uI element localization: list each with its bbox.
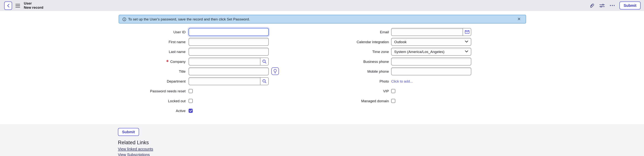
field-row-vip: VIP (283, 86, 491, 96)
password-needs-reset-checkbox[interactable] (188, 89, 193, 93)
field-label: Email (283, 30, 389, 34)
form-header: User New record Submit (0, 0, 644, 11)
department-input[interactable] (189, 77, 260, 85)
company-input[interactable] (189, 58, 260, 65)
field-label: Locked out (108, 99, 186, 103)
field-label: VIP (283, 89, 389, 93)
form-body: To set up the User's password, save the … (0, 15, 644, 124)
field-row-department: Department (108, 76, 283, 86)
more-options-icon[interactable] (610, 5, 614, 6)
selected-value: System (America/Los_Angeles) (394, 49, 465, 54)
chevron-left-icon (6, 4, 10, 7)
back-button[interactable] (4, 1, 12, 10)
banner-message: To set up the User's password, save the … (128, 17, 250, 21)
field-row-email: Email (283, 27, 491, 37)
chevron-down-icon (465, 50, 468, 53)
last-name-field (188, 48, 269, 56)
user-new-record-page: User New record Submit To set up the Use… (0, 0, 644, 156)
field-row-calendar-integration: Calendar integration Outlook (283, 37, 491, 47)
selected-value: Outlook (394, 40, 465, 44)
field-label: Business phone (283, 59, 389, 63)
mobile-phone-field (391, 67, 471, 75)
managed-domain-checkbox[interactable] (391, 99, 395, 103)
field-row-last-name: Last name (108, 47, 283, 56)
page-title: User New record (24, 2, 44, 10)
field-label: Password needs reset (108, 89, 186, 93)
field-row-managed-domain: Managed domain (283, 96, 491, 106)
send-email-button[interactable] (462, 28, 471, 35)
department-field (188, 77, 269, 85)
personalize-form-sliders-icon[interactable] (600, 3, 605, 8)
footer-submit-button[interactable]: Submit (118, 128, 139, 136)
header-submit-button[interactable]: Submit (620, 2, 640, 10)
field-label: First name (108, 40, 186, 44)
photo-click-to-add-link[interactable]: Click to add... (391, 79, 413, 83)
last-name-input[interactable] (189, 48, 268, 55)
title-suggestion-button[interactable] (271, 67, 279, 75)
email-input[interactable] (392, 28, 462, 35)
business-phone-input[interactable] (392, 58, 471, 65)
search-icon (262, 79, 266, 83)
field-label: Mobile phone (283, 69, 389, 73)
field-row-locked-out: Locked out (108, 96, 283, 106)
field-label: Last name (108, 49, 186, 54)
title-field (188, 67, 269, 75)
info-banner: To set up the User's password, save the … (119, 15, 526, 24)
form-fields: User ID First name Last name (0, 27, 644, 115)
field-label: Managed domain (283, 99, 389, 103)
field-row-title: Title (108, 66, 283, 76)
form-column-right: Email Calendar integration Outlook (283, 27, 491, 115)
chevron-down-icon (465, 41, 468, 43)
email-field (391, 28, 471, 36)
view-subscriptions-link[interactable]: View Subscriptions (118, 152, 150, 156)
department-lookup-button[interactable] (260, 77, 268, 85)
title-input[interactable] (189, 68, 268, 75)
vip-checkbox[interactable] (391, 89, 395, 93)
field-row-company: ✱ Company (108, 56, 283, 66)
search-icon (262, 59, 266, 63)
company-field (188, 57, 269, 65)
form-column-left: User ID First name Last name (108, 27, 283, 115)
field-label: Title (108, 69, 186, 73)
field-label: Calendar integration (283, 40, 389, 44)
field-label: Active (108, 108, 186, 113)
field-row-first-name: First name (108, 37, 283, 47)
field-row-password-needs-reset: Password needs reset (108, 86, 283, 96)
locked-out-checkbox[interactable] (188, 99, 193, 103)
user-id-input[interactable] (189, 28, 268, 35)
first-name-input[interactable] (189, 38, 268, 45)
info-icon (122, 17, 126, 21)
field-label: Photo (283, 79, 389, 83)
field-label: User ID (108, 30, 186, 34)
calendar-integration-select[interactable]: Outlook (391, 38, 471, 46)
field-row-business-phone: Business phone (283, 56, 491, 66)
field-row-time-zone: Time zone System (America/Los_Angeles) (283, 47, 491, 56)
checkmark-icon (189, 109, 192, 112)
company-lookup-button[interactable] (260, 58, 268, 65)
field-row-mobile-phone: Mobile phone (283, 66, 491, 76)
banner-close-icon[interactable]: ✕ (516, 16, 522, 22)
active-checkbox[interactable] (188, 108, 193, 113)
page-title-table: User (24, 2, 44, 6)
first-name-field (188, 38, 269, 46)
page-title-record: New record (24, 6, 44, 10)
envelope-icon (465, 30, 469, 34)
user-id-field (188, 28, 269, 36)
field-label: Time zone (283, 49, 389, 54)
context-menu-icon[interactable] (16, 4, 20, 7)
lightbulb-icon (273, 69, 277, 74)
business-phone-field (391, 57, 471, 65)
mobile-phone-input[interactable] (392, 68, 471, 75)
field-row-photo: Photo Click to add... (283, 76, 491, 86)
field-row-user-id: User ID (108, 27, 283, 37)
field-row-active: Active (108, 106, 283, 115)
time-zone-select[interactable]: System (America/Los_Angeles) (391, 48, 471, 56)
required-icon: ✱ (166, 60, 168, 63)
related-links-heading: Related Links (118, 140, 644, 145)
attachment-paperclip-icon[interactable] (589, 3, 594, 8)
field-label: ✱ Company (108, 59, 186, 63)
view-linked-accounts-link[interactable]: View linked accounts (118, 146, 153, 152)
form-footer: Submit Related Links View linked account… (0, 124, 644, 156)
field-label: Department (108, 79, 186, 83)
